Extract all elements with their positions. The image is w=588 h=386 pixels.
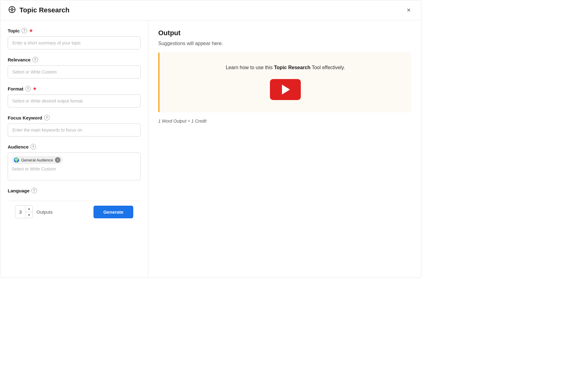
outputs-label: Outputs xyxy=(36,209,53,215)
focus-keyword-label: Focus Keyword ? xyxy=(8,115,141,120)
svg-point-1 xyxy=(11,9,13,10)
topic-research-icon xyxy=(8,5,16,15)
topic-input[interactable] xyxy=(8,36,141,49)
suggestions-text: Suggestions will appear here. xyxy=(158,41,411,46)
audience-tag: 🌍 General Audience × xyxy=(12,156,63,164)
audience-label: Audience ? xyxy=(8,144,141,149)
output-title: Output xyxy=(158,29,411,37)
audience-tag-label: General Audience xyxy=(21,158,53,162)
audience-field-group: Audience ? 🌍 General Audience × Select o… xyxy=(8,144,141,180)
relevance-help-icon[interactable]: ? xyxy=(32,57,38,62)
audience-field[interactable]: 🌍 General Audience × Select or Write Cus… xyxy=(8,153,141,180)
credit-note: 1 Word Output = 1 Credit xyxy=(158,119,411,124)
modal-header: Topic Research × xyxy=(0,0,421,20)
format-required: ★ xyxy=(33,86,37,91)
topic-required: ★ xyxy=(29,28,33,33)
format-help-icon[interactable]: ? xyxy=(25,86,31,91)
topic-label: Topic ? ★ xyxy=(8,28,141,33)
modal-body: Topic ? ★ Relevance ? Format ? ★ xyxy=(0,20,421,278)
focus-keyword-help-icon[interactable]: ? xyxy=(44,115,50,120)
topic-help-icon[interactable]: ? xyxy=(22,28,27,33)
language-label: Language ? xyxy=(8,188,141,193)
stepper-arrows: ▲ ▼ xyxy=(26,206,32,218)
relevance-label: Relevance ? xyxy=(8,57,141,62)
language-help-icon[interactable]: ? xyxy=(31,188,37,193)
focus-keyword-input[interactable] xyxy=(8,124,141,136)
format-input[interactable] xyxy=(8,94,141,107)
relevance-field-group: Relevance ? xyxy=(8,57,141,78)
audience-placeholder: Select or Write Custom xyxy=(12,166,137,171)
left-panel: Topic ? ★ Relevance ? Format ? ★ xyxy=(0,20,148,278)
video-description: Learn how to use this Topic Research Too… xyxy=(226,65,345,70)
language-field-group: Language ? xyxy=(8,188,141,193)
stepper-down-button[interactable]: ▼ xyxy=(26,212,32,218)
youtube-play-button[interactable] xyxy=(270,79,301,100)
topic-field-group: Topic ? ★ xyxy=(8,28,141,49)
close-button[interactable]: × xyxy=(404,5,414,15)
play-icon xyxy=(282,85,290,94)
generate-button[interactable]: Generate xyxy=(93,206,133,218)
title-area: Topic Research xyxy=(8,5,69,15)
audience-help-icon[interactable]: ? xyxy=(31,144,36,149)
footer-bar: 3 ▲ ▼ Outputs Generate xyxy=(8,201,141,223)
page-title: Topic Research xyxy=(19,6,69,14)
remove-audience-tag-button[interactable]: × xyxy=(55,157,60,163)
focus-keyword-field-group: Focus Keyword ? xyxy=(8,115,141,136)
format-label: Format ? ★ xyxy=(8,86,141,91)
outputs-stepper[interactable]: 3 ▲ ▼ xyxy=(15,205,33,218)
stepper-up-button[interactable]: ▲ xyxy=(26,206,32,212)
globe-icon: 🌍 xyxy=(14,157,19,163)
video-card: Learn how to use this Topic Research Too… xyxy=(158,52,411,112)
format-field-group: Format ? ★ xyxy=(8,86,141,107)
relevance-input[interactable] xyxy=(8,65,141,78)
outputs-value: 3 xyxy=(15,206,26,218)
right-panel: Output Suggestions will appear here. Lea… xyxy=(148,20,421,278)
